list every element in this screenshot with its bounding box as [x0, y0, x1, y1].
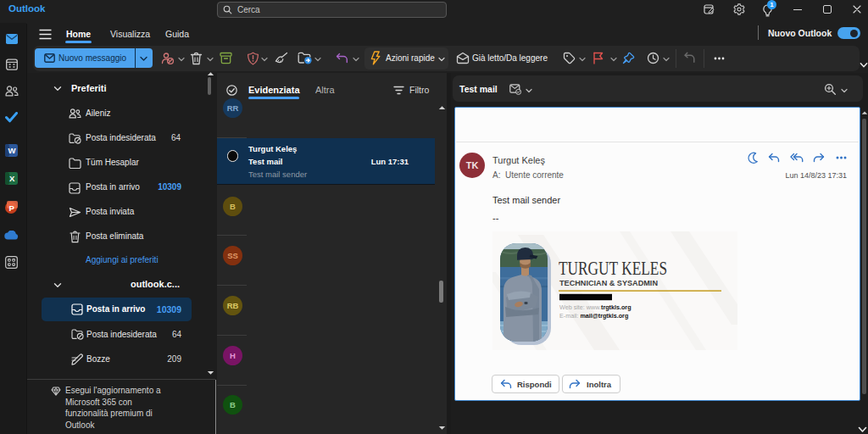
svg-text:W: W	[8, 146, 16, 155]
svg-text:TECHNICIAN & SYSADMIN: TECHNICIAN & SYSADMIN	[559, 278, 658, 287]
svg-text:Web site: www.trgtkls.org: Web site: www.trgtkls.org	[559, 303, 632, 311]
svg-text:E-mail: mail@trgtkls.org: E-mail: mail@trgtkls.org	[559, 312, 628, 320]
svg-text:P: P	[8, 203, 14, 213]
svg-text:TURGUT KELES: TURGUT KELES	[559, 258, 667, 279]
svg-text:X: X	[9, 174, 15, 183]
